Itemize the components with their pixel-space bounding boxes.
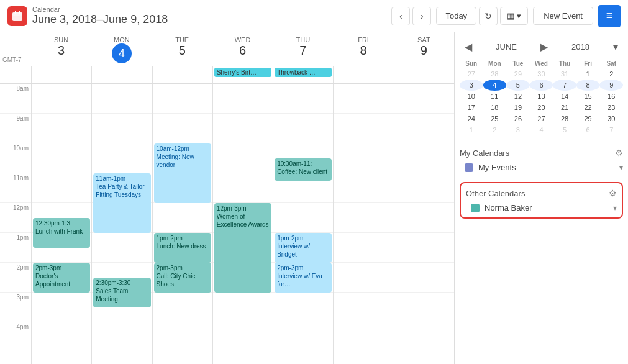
- calendar-event[interactable]: 1pm-2pm Interview w/ Bridget: [275, 233, 332, 263]
- hour-cell[interactable]: [394, 203, 454, 233]
- hour-cell[interactable]: [273, 322, 333, 352]
- mini-day[interactable]: 5: [553, 124, 576, 135]
- hour-cell[interactable]: [213, 293, 273, 322]
- mini-day[interactable]: 2: [483, 124, 507, 135]
- hour-cell[interactable]: [213, 84, 273, 114]
- hour-cell[interactable]: [394, 173, 454, 203]
- mini-day[interactable]: 29: [506, 68, 530, 80]
- hour-cell[interactable]: [213, 143, 273, 173]
- allday-event-throwback[interactable]: Throwback …: [275, 68, 332, 77]
- hour-cell[interactable]: [92, 84, 152, 114]
- mini-day[interactable]: 4: [530, 124, 553, 135]
- mini-day[interactable]: 17: [460, 102, 483, 113]
- mini-day[interactable]: 7: [553, 80, 576, 91]
- mini-day[interactable]: 24: [460, 113, 483, 124]
- hour-cell[interactable]: [213, 114, 273, 143]
- hour-cell[interactable]: [394, 322, 454, 352]
- hour-cell[interactable]: [334, 173, 393, 203]
- hour-cell[interactable]: [334, 84, 393, 114]
- new-event-button[interactable]: New Event: [533, 7, 593, 25]
- hour-cell[interactable]: [334, 293, 393, 322]
- prev-button[interactable]: ‹: [391, 7, 410, 25]
- hour-cell[interactable]: [394, 84, 454, 114]
- mini-day[interactable]: 31: [553, 68, 576, 80]
- hour-cell[interactable]: [92, 233, 152, 263]
- hour-cell[interactable]: [394, 143, 454, 173]
- mini-day[interactable]: 27: [530, 113, 553, 124]
- mini-day[interactable]: 6: [576, 124, 600, 135]
- hour-cell[interactable]: [153, 322, 212, 352]
- hour-cell[interactable]: [273, 84, 333, 114]
- mini-day[interactable]: 26: [506, 113, 530, 124]
- refresh-button[interactable]: ↻: [479, 7, 498, 25]
- norma-baker-checkbox[interactable]: [471, 204, 480, 212]
- mini-day[interactable]: 21: [553, 102, 576, 113]
- hour-cell[interactable]: [153, 114, 212, 143]
- other-calendars-settings-button[interactable]: ⚙: [609, 188, 617, 198]
- mini-day[interactable]: 30: [599, 113, 623, 124]
- hour-cell[interactable]: [32, 322, 91, 352]
- mini-prev-button[interactable]: ◀: [461, 40, 476, 54]
- calendar-event[interactable]: 1pm-2pm Lunch: New dress: [154, 233, 211, 263]
- mini-day[interactable]: 13: [530, 91, 553, 102]
- mini-day[interactable]: 16: [599, 91, 623, 102]
- calendar-event[interactable]: 11am-1pm Tea Party & Tailor Fitting Tues…: [93, 173, 150, 233]
- calendar-event[interactable]: 12pm-3pm Women of Excellence Awards: [214, 203, 271, 293]
- hour-cell[interactable]: [153, 293, 212, 322]
- my-events-checkbox[interactable]: [465, 163, 473, 172]
- hour-cell[interactable]: [32, 114, 91, 143]
- hour-cell[interactable]: [394, 233, 454, 263]
- mini-day[interactable]: 15: [576, 91, 600, 102]
- mini-day[interactable]: 18: [483, 102, 507, 113]
- hour-cell[interactable]: [273, 203, 333, 233]
- mini-day[interactable]: 25: [483, 113, 507, 124]
- hour-cell[interactable]: [334, 263, 393, 293]
- hour-cell[interactable]: [334, 203, 393, 233]
- mini-day[interactable]: 20: [530, 102, 553, 113]
- hour-cell[interactable]: [394, 293, 454, 322]
- calendar-event[interactable]: 12:30pm-1:3 Lunch with Frank: [33, 218, 90, 248]
- mini-day[interactable]: 30: [530, 68, 553, 80]
- hour-cell[interactable]: [394, 114, 454, 143]
- mini-day[interactable]: 12: [506, 91, 530, 102]
- hour-cell[interactable]: [153, 203, 212, 233]
- mini-day[interactable]: 28: [553, 113, 576, 124]
- hour-cell[interactable]: [273, 293, 333, 322]
- mini-day[interactable]: 22: [576, 102, 600, 113]
- mini-year-dropdown[interactable]: ▾: [609, 40, 622, 54]
- hour-cell[interactable]: [273, 114, 333, 143]
- hour-cell[interactable]: [92, 114, 152, 143]
- hour-cell[interactable]: [92, 322, 152, 352]
- hour-cell[interactable]: [32, 293, 91, 322]
- next-button[interactable]: ›: [412, 7, 431, 25]
- mini-day[interactable]: 1: [576, 68, 600, 80]
- allday-event-sherrys[interactable]: Sherry's Birt…: [214, 68, 271, 77]
- mini-day[interactable]: 14: [553, 91, 576, 102]
- hour-cell[interactable]: [394, 263, 454, 293]
- calendar-event[interactable]: 2pm-3pm Call: City Chic Shoes: [154, 263, 211, 293]
- my-events-expand-button[interactable]: ▾: [619, 163, 623, 172]
- hour-cell[interactable]: [32, 84, 91, 114]
- hour-cell[interactable]: [213, 322, 273, 352]
- mini-day[interactable]: 3: [506, 124, 530, 135]
- mini-day[interactable]: 9: [599, 80, 623, 91]
- norma-baker-expand-button[interactable]: ▾: [613, 204, 617, 212]
- mini-day[interactable]: 7: [599, 124, 623, 135]
- mini-day[interactable]: 29: [576, 113, 600, 124]
- hour-cell[interactable]: [334, 143, 393, 173]
- mini-day[interactable]: 5: [506, 80, 530, 91]
- hour-cell[interactable]: [92, 143, 152, 173]
- mini-day[interactable]: 3: [460, 80, 483, 91]
- calendar-event[interactable]: 2pm-3pm Doctor's Appointment: [33, 263, 90, 293]
- calendar-event[interactable]: 10:30am-11: Coffee: New client: [275, 158, 332, 181]
- mini-day[interactable]: 6: [530, 80, 553, 91]
- mini-day[interactable]: 23: [599, 102, 623, 113]
- mini-day[interactable]: 10: [460, 91, 483, 102]
- calendar-event[interactable]: 10am-12pm Meeting: New vendor: [154, 143, 211, 203]
- mini-next-button[interactable]: ▶: [537, 40, 552, 54]
- hour-cell[interactable]: [334, 233, 393, 263]
- mini-day-today[interactable]: 4: [483, 80, 507, 91]
- mini-day[interactable]: 11: [483, 91, 507, 102]
- hour-cell[interactable]: [32, 173, 91, 203]
- mini-day[interactable]: 27: [460, 68, 483, 80]
